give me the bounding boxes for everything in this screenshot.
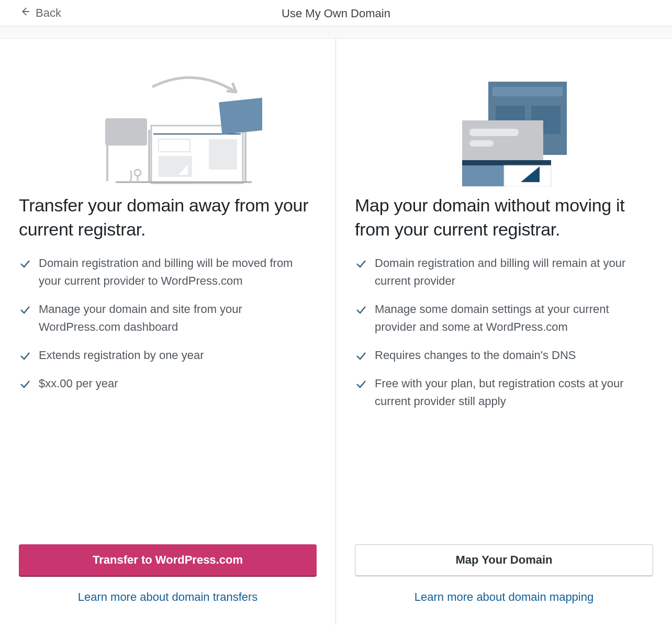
svg-rect-5 [209,139,237,170]
mapping-panel: Map your domain without moving it from y… [336,39,672,625]
feature-text: Manage some domain settings at your curr… [375,300,653,336]
back-button[interactable]: Back [19,0,61,26]
list-item: Requires changes to the domain's DNS [355,346,653,364]
page-title: Use My Own Domain [0,6,672,20]
feature-text: Free with your plan, but registration co… [375,375,653,410]
feature-text: $xx.00 per year [39,375,118,393]
list-item: Manage your domain and site from your Wo… [19,300,317,336]
svg-rect-0 [105,118,147,145]
transfer-heading: Transfer your domain away from your curr… [19,194,317,242]
feature-text: Domain registration and billing will rem… [375,254,653,290]
transfer-button[interactable]: Transfer to WordPress.com [19,544,317,576]
check-icon [19,257,31,270]
feature-text: Domain registration and billing will be … [39,254,317,290]
transfer-panel: Transfer your domain away from your curr… [0,39,336,625]
feature-text: Extends registration by one year [39,346,204,364]
back-label: Back [36,6,61,20]
list-item: Domain registration and billing will rem… [355,254,653,290]
list-item: $xx.00 per year [19,375,317,393]
check-icon [19,350,31,362]
arrow-left-icon [19,6,30,20]
mapping-illustration [355,55,653,192]
check-icon [355,350,367,362]
feature-text: Requires changes to the domain's DNS [375,346,576,364]
mapping-heading: Map your domain without moving it from y… [355,194,653,242]
check-icon [355,257,367,270]
svg-rect-7 [148,130,150,182]
feature-text: Manage your domain and site from your Wo… [39,300,317,336]
svg-rect-20 [462,160,551,165]
svg-rect-1 [106,144,108,181]
svg-rect-9 [219,97,262,135]
list-item: Domain registration and billing will be … [19,254,317,290]
map-domain-button[interactable]: Map Your Domain [355,544,653,576]
mapping-feature-list: Domain registration and billing will rem… [355,254,653,421]
svg-point-11 [135,170,141,176]
list-item: Extends registration by one year [19,346,317,364]
sub-bar [0,26,672,39]
mapping-learn-link[interactable]: Learn more about domain mapping [415,590,593,603]
transfer-learn-link[interactable]: Learn more about domain transfers [78,590,258,603]
svg-rect-22 [504,165,551,186]
transfer-feature-list: Domain registration and billing will be … [19,254,317,404]
svg-rect-21 [462,165,504,186]
check-icon [19,378,31,390]
mapping-learn-more: Learn more about domain mapping [355,590,653,604]
svg-rect-19 [469,140,494,147]
list-item: Manage some domain settings at your curr… [355,300,653,336]
svg-rect-18 [469,129,519,136]
transfer-learn-more: Learn more about domain transfers [19,590,317,604]
transfer-illustration [19,55,317,192]
check-icon [19,304,31,316]
top-bar: Back Use My Own Domain [0,0,672,26]
option-panels: Transfer your domain away from your curr… [0,39,672,625]
check-icon [355,304,367,316]
list-item: Free with your plan, but registration co… [355,375,653,410]
svg-rect-14 [492,87,563,96]
check-icon [355,378,367,390]
